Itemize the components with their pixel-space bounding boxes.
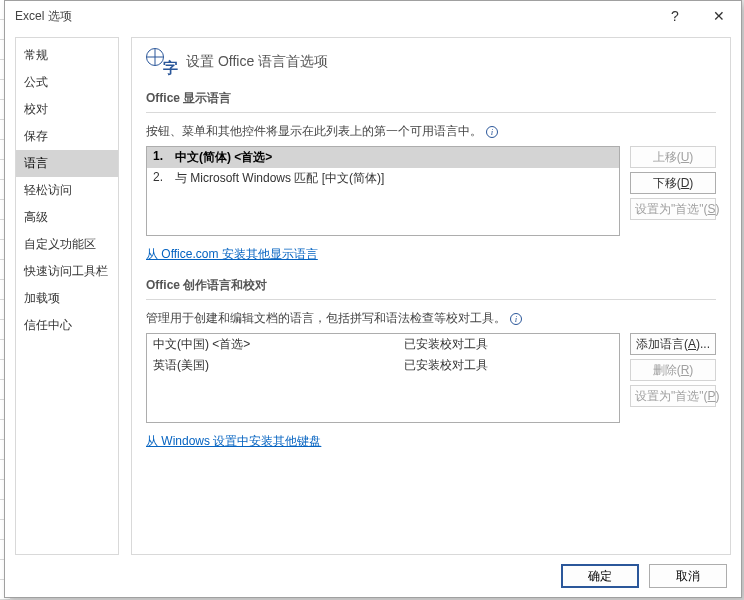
info-icon[interactable]: i <box>486 126 498 138</box>
dialog-title: Excel 选项 <box>15 8 72 25</box>
titlebar: Excel 选项 ? ✕ <box>5 1 741 31</box>
dialog-footer: 确定 取消 <box>5 555 741 597</box>
sidebar-item-addins[interactable]: 加载项 <box>16 285 118 312</box>
set-preferred-authoring-button[interactable]: 设置为"首选"(P) <box>630 385 716 407</box>
help-button[interactable]: ? <box>653 2 697 30</box>
info-icon[interactable]: i <box>510 313 522 325</box>
authoring-section-title: Office 创作语言和校对 <box>146 277 716 300</box>
heading-text: 设置 Office 语言首选项 <box>186 53 328 71</box>
move-up-button[interactable]: 上移(U) <box>630 146 716 168</box>
install-keyboard-link[interactable]: 从 Windows 设置中安装其他键盘 <box>146 433 321 450</box>
move-down-button[interactable]: 下移(D) <box>630 172 716 194</box>
sidebar-item-formulas[interactable]: 公式 <box>16 69 118 96</box>
add-language-button[interactable]: 添加语言(A)... <box>630 333 716 355</box>
cancel-button[interactable]: 取消 <box>649 564 727 588</box>
ok-button[interactable]: 确定 <box>561 564 639 588</box>
page-heading: 字 设置 Office 语言首选项 <box>146 48 716 76</box>
close-button[interactable]: ✕ <box>697 2 741 30</box>
sidebar-item-proofing[interactable]: 校对 <box>16 96 118 123</box>
install-display-language-link[interactable]: 从 Office.com 安装其他显示语言 <box>146 246 318 263</box>
sidebar-item-trust-center[interactable]: 信任中心 <box>16 312 118 339</box>
display-language-list[interactable]: 1. 中文(简体) <首选> 2. 与 Microsoft Windows 匹配… <box>146 146 620 236</box>
excel-options-dialog: Excel 选项 ? ✕ 常规 公式 校对 保存 语言 轻松访问 高级 自定义功… <box>4 0 742 598</box>
language-globe-icon: 字 <box>146 48 176 76</box>
set-preferred-display-button[interactable]: 设置为"首选"(S) <box>630 198 716 220</box>
display-language-section-title: Office 显示语言 <box>146 90 716 113</box>
category-sidebar: 常规 公式 校对 保存 语言 轻松访问 高级 自定义功能区 快速访问工具栏 加载… <box>15 37 119 555</box>
sidebar-item-customize-ribbon[interactable]: 自定义功能区 <box>16 231 118 258</box>
sidebar-item-advanced[interactable]: 高级 <box>16 204 118 231</box>
authoring-language-list[interactable]: 中文(中国) <首选> 已安装校对工具 英语(美国) 已安装校对工具 <box>146 333 620 423</box>
sidebar-item-general[interactable]: 常规 <box>16 42 118 69</box>
sidebar-item-language[interactable]: 语言 <box>16 150 118 177</box>
sidebar-item-save[interactable]: 保存 <box>16 123 118 150</box>
authoring-language-item[interactable]: 英语(美国) 已安装校对工具 <box>147 355 619 376</box>
display-language-desc: 按钮、菜单和其他控件将显示在此列表上的第一个可用语言中。i <box>146 123 716 140</box>
sidebar-item-accessibility[interactable]: 轻松访问 <box>16 177 118 204</box>
sidebar-item-quick-access[interactable]: 快速访问工具栏 <box>16 258 118 285</box>
main-panel: 字 设置 Office 语言首选项 Office 显示语言 按钮、菜单和其他控件… <box>131 37 731 555</box>
display-language-item[interactable]: 2. 与 Microsoft Windows 匹配 [中文(简体)] <box>147 168 619 189</box>
display-language-item[interactable]: 1. 中文(简体) <首选> <box>147 147 619 168</box>
remove-language-button[interactable]: 删除(R) <box>630 359 716 381</box>
authoring-desc: 管理用于创建和编辑文档的语言，包括拼写和语法检查等校对工具。i <box>146 310 716 327</box>
authoring-language-item[interactable]: 中文(中国) <首选> 已安装校对工具 <box>147 334 619 355</box>
